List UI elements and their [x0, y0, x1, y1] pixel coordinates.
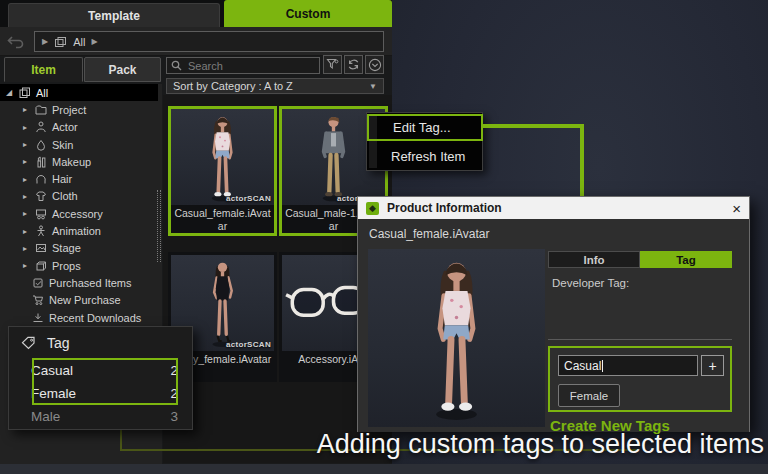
product-information-dialog: ◆ Product Information × Casual_female.iA…	[357, 196, 750, 432]
expander-icon[interactable]: ▸	[20, 105, 30, 114]
dialog-preview-image	[368, 249, 545, 427]
grid-item-casual-female[interactable]: actorSCAN Casual_female.iAvatar	[168, 106, 277, 236]
context-menu: Edit Tag... Refresh Item	[366, 112, 483, 171]
sort-label: Sort by Category : A to Z	[173, 80, 293, 92]
sidebar-item-label: Cloth	[52, 190, 78, 202]
tab-custom[interactable]: Custom	[224, 0, 392, 27]
expander-icon[interactable]: ◢	[4, 88, 14, 97]
cloth-icon	[35, 190, 47, 202]
sort-dropdown[interactable]: Sort by Category : A to Z ▼	[166, 78, 384, 94]
breadcrumb-root-label: All	[73, 36, 85, 48]
tab-template[interactable]: Template	[8, 3, 220, 27]
tag-row-male[interactable]: Male 3	[9, 405, 192, 428]
top-tab-bar: Template Custom	[0, 0, 392, 27]
dialog-body: Casual_female.iAvatar Info Tag Developer…	[358, 219, 749, 432]
tab-pack[interactable]: Pack	[84, 57, 161, 82]
sidebar-item-label: New Purchase	[49, 294, 121, 306]
tag-input[interactable]: Casual	[558, 355, 698, 376]
sidebar-item-label: Stage	[52, 242, 81, 254]
sidebar-item-label: Purchased Items	[49, 277, 132, 289]
sidebar-item-animation[interactable]: ▸ Animation	[0, 222, 162, 239]
text-caret	[602, 360, 603, 372]
breadcrumb-next-arrow-icon[interactable]: ▶	[91, 37, 97, 46]
annotation-highlight-box	[32, 358, 178, 405]
dialog-item-name: Casual_female.iAvatar	[369, 227, 490, 241]
sidebar-item-label: Animation	[52, 225, 101, 237]
sidebar-item-label: Props	[52, 260, 81, 272]
annotation-connector-vertical	[580, 124, 584, 196]
watermark-label: actorSCAN	[226, 340, 271, 349]
sidebar-item-stage[interactable]: ▸ Stage	[0, 240, 162, 257]
tab-item[interactable]: Item	[4, 57, 83, 82]
screenshot-root: Template Custom ▶ All ▶ It	[0, 0, 768, 474]
menu-item-edit-tag[interactable]: Edit Tag...	[367, 114, 483, 141]
sidebar-item-label: Hair	[52, 173, 72, 185]
expander-icon[interactable]: ▸	[20, 175, 30, 184]
sidebar-item-makeup[interactable]: ▸ Makeup	[0, 153, 162, 170]
bottom-window-edge	[0, 464, 768, 474]
back-arrow-icon[interactable]	[6, 33, 26, 49]
tutorial-caption: Adding custom tags to selected items	[4, 429, 764, 460]
developer-tag-label: Developer Tag:	[552, 277, 629, 289]
dialog-title-bar[interactable]: ◆ Product Information ×	[358, 197, 749, 219]
expander-icon[interactable]: ▸	[20, 261, 30, 270]
sidebar-item-actor[interactable]: ▸ Actor	[0, 119, 162, 136]
dialog-title: Product Information	[387, 201, 724, 215]
sidebar-item-project[interactable]: ▸ Project	[0, 101, 162, 118]
window-layers-icon	[54, 36, 67, 48]
sidebar-item-skin[interactable]: ▸ Skin	[0, 136, 162, 153]
tag-popup-header: Tag	[9, 327, 192, 359]
tag-edit-box: Casual + Female	[548, 346, 732, 412]
sync-button[interactable]	[344, 55, 363, 74]
expander-icon[interactable]: ▸	[20, 157, 30, 166]
expander-icon[interactable]: ▸	[20, 192, 30, 201]
tag-icon	[21, 336, 37, 350]
dropdown-arrow-icon: ▼	[369, 82, 377, 91]
search-icon	[171, 60, 182, 71]
sidebar-item-accessory[interactable]: ▸ Accessory	[0, 205, 162, 222]
chevron-down-circle-button[interactable]	[365, 55, 384, 74]
sidebar-item-label: Skin	[52, 139, 73, 151]
breadcrumb[interactable]: ▶ All ▶	[34, 31, 384, 52]
menu-item-refresh-item[interactable]: Refresh Item	[367, 143, 484, 170]
dialog-tab-info[interactable]: Info	[548, 251, 640, 268]
watermark-label: actorSCAN	[226, 194, 271, 203]
expander-icon[interactable]: ▸	[20, 140, 30, 149]
expander-icon[interactable]: ▸	[20, 209, 30, 218]
purchased-items-icon	[32, 277, 44, 289]
dialog-tab-tag[interactable]: Tag	[640, 251, 732, 268]
expander-icon[interactable]: ▸	[20, 227, 30, 236]
props-icon	[35, 260, 47, 272]
sidebar-item-new-purchase[interactable]: New Purchase	[0, 292, 162, 309]
sidebar-item-props[interactable]: ▸ Props	[0, 257, 162, 274]
filter-button[interactable]	[323, 55, 342, 74]
app-logo-icon: ◆	[366, 202, 379, 215]
tag-chip-female[interactable]: Female	[558, 384, 620, 407]
sidebar-item-purchased-items[interactable]: Purchased Items	[0, 274, 162, 291]
search-box	[166, 57, 320, 74]
close-icon[interactable]: ×	[732, 201, 741, 216]
expander-icon[interactable]: ▸	[20, 244, 30, 253]
download-icon	[32, 312, 44, 324]
sidebar-item-label: Project	[52, 104, 86, 116]
folder-icon	[35, 104, 47, 116]
layers-icon	[19, 87, 31, 99]
sidebar-item-label: Actor	[52, 121, 78, 133]
add-tag-button[interactable]: +	[701, 355, 724, 376]
sidebar-item-label: Recent Downloads	[49, 312, 141, 324]
cart-icon	[32, 294, 44, 306]
sidebar-item-hair[interactable]: ▸ Hair	[0, 170, 162, 187]
search-input[interactable]	[186, 59, 315, 73]
panel-splitter-handle[interactable]	[157, 190, 161, 262]
annotation-connector-horizontal	[483, 124, 584, 128]
thumbnail-image: actorSCAN	[171, 109, 274, 205]
hair-icon	[35, 173, 47, 185]
sidebar-item-all[interactable]: ◢ All	[0, 84, 158, 101]
sidebar-item-cloth[interactable]: ▸ Cloth	[0, 188, 162, 205]
animation-icon	[35, 225, 47, 237]
sidebar-item-recent-downloads[interactable]: Recent Downloads	[0, 309, 162, 326]
person-icon	[35, 121, 47, 133]
item-name-label: Casual_female.iAvatar	[171, 205, 274, 233]
breadcrumb-arrow-icon[interactable]: ▶	[42, 37, 48, 46]
expander-icon[interactable]: ▸	[20, 123, 30, 132]
